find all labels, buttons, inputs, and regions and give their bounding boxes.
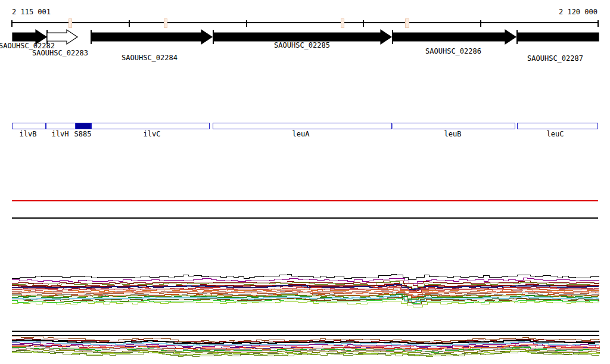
feature-box[interactable] [393,123,515,129]
feature-label: ilvC [144,130,161,138]
feature-label: leuC [547,130,564,138]
red-threshold-line [12,200,598,201]
black-baseline-upper [12,217,598,219]
ruler-highlight-marker [405,18,409,27]
feature-box[interactable] [76,123,91,129]
ruler-highlight-marker [69,18,71,27]
gene-label: SAOUHSC_02283 [32,49,88,57]
gene-label: SAOUHSC_02287 [527,55,583,62]
ruler-highlight-marker [164,18,167,27]
black-baseline-lower-a [12,331,599,332]
upper-signal-band [12,274,599,307]
feature-box[interactable] [91,123,210,129]
genome-browser-view: 2 115 001 2 120 000 SAOUHSC_02282SAOUHSC… [0,0,610,364]
feature-box[interactable] [46,123,76,129]
feature-label: ilvH [52,130,69,138]
feature-label: ilvB [20,130,37,138]
gene-label: SAOUHSC_02286 [425,48,481,55]
gene-label: SAOUHSC_02284 [122,54,178,61]
feature-label: S885 [74,130,92,138]
feature-box[interactable] [517,123,598,129]
gene-arrow[interactable] [517,33,599,41]
feature-box[interactable] [213,123,392,129]
black-baseline-lower-b [12,335,599,336]
tracks-plot [0,0,610,364]
feature-box[interactable] [12,123,46,129]
feature-label: leuA [292,130,310,138]
gene-arrow[interactable] [393,30,516,44]
feature-label: leuB [444,130,462,138]
gene-arrow[interactable] [91,30,212,44]
ruler-highlight-marker [341,18,344,27]
lower-signal-band [12,337,599,357]
gene-label: SAOUHSC_02285 [274,42,330,49]
